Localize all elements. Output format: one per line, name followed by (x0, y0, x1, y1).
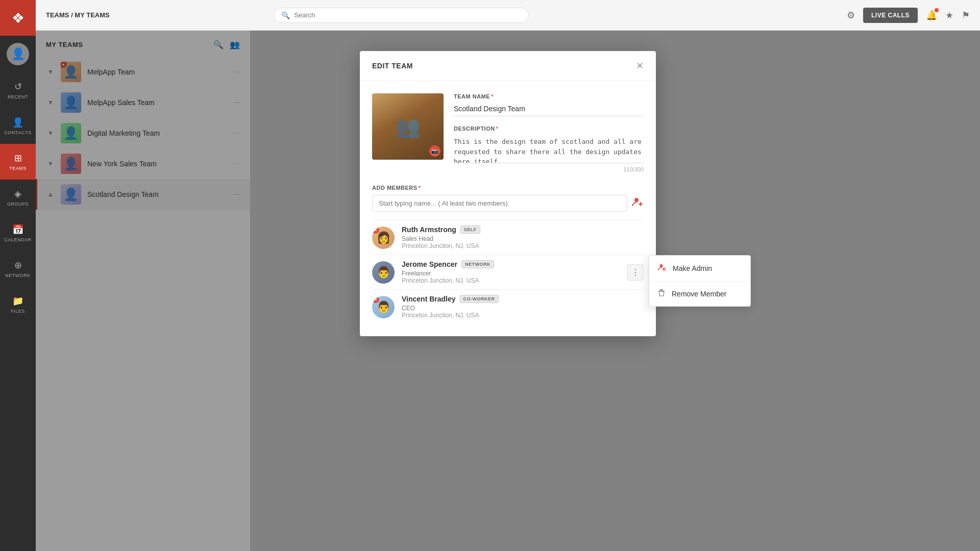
description-textarea[interactable]: This is the design team of scotland and … (454, 135, 644, 163)
member-row-vincent: ● 👨 Vincent Bradley CO-WORKER CEO Prince… (372, 289, 644, 324)
member-info-jerome: Jerome Spencer NETWORK Freelancer Prince… (402, 260, 620, 284)
admin-icon-svg: A (657, 263, 667, 272)
remove-member-option[interactable]: Remove Member (649, 282, 750, 306)
network-icon: ⊕ (14, 260, 22, 271)
svg-point-3 (660, 264, 663, 267)
member-dropdown-menu: A Make Admin (649, 255, 751, 307)
calendar-icon: 📅 (12, 224, 23, 235)
recent-icon: ↺ (14, 81, 22, 92)
add-members-label: ADD MEMBERS* (372, 185, 644, 191)
trash-icon (657, 289, 666, 297)
sidebar-item-recent[interactable]: ↺ RECENT (0, 72, 36, 108)
make-admin-label: Make Admin (673, 264, 712, 272)
modal-close-button[interactable]: ✕ (636, 60, 644, 71)
team-name-input[interactable] (454, 103, 644, 116)
member-info-ruth: Ruth Armstrong SELF Sales Head Princeton… (402, 226, 644, 249)
add-member-button[interactable] (631, 196, 644, 211)
topbar: TEAMS / MY TEAMS 🔍 ⚙ LIVE CALLS 🔔 ★ ⚑ (36, 0, 980, 31)
logo-icon: ❖ (12, 10, 24, 27)
member-avatar-jerome: 👨 (372, 261, 395, 284)
member-role: CEO (402, 305, 644, 312)
sidebar-item-files[interactable]: 📁 FILES (0, 287, 36, 322)
modal-overlay[interactable]: EDIT TEAM ✕ 👥 📷 (36, 31, 980, 551)
modal-body: 👥 📷 TEAM NAME* DESCRIPTION* (360, 81, 656, 336)
make-admin-icon: A (657, 263, 667, 274)
contacts-icon: 👤 (12, 117, 23, 128)
team-info-section: 👥 📷 TEAM NAME* DESCRIPTION* (372, 93, 644, 172)
member-avatar-badge: ● (372, 227, 379, 234)
team-fields: TEAM NAME* DESCRIPTION* This is the desi… (454, 93, 644, 172)
member-more-button-jerome[interactable]: ⋮ (627, 264, 644, 281)
settings-button[interactable]: ⚙ (847, 10, 855, 21)
topbar-actions: ⚙ LIVE CALLS 🔔 ★ ⚑ (847, 8, 970, 23)
team-photo[interactable]: 👥 📷 (372, 93, 444, 160)
member-role: Sales Head (402, 235, 644, 242)
remove-member-icon (657, 289, 666, 299)
main-content: TEAMS / MY TEAMS 🔍 ⚙ LIVE CALLS 🔔 ★ ⚑ MY… (36, 0, 980, 551)
member-name: Ruth Armstrong (402, 226, 456, 234)
add-member-icon (631, 196, 644, 208)
svg-rect-7 (660, 289, 663, 290)
app-logo[interactable]: ❖ (0, 0, 36, 36)
star-icon[interactable]: ★ (945, 10, 953, 21)
member-badge-network: NETWORK (461, 260, 494, 268)
svg-point-0 (634, 198, 639, 202)
sidebar-item-groups[interactable]: ◈ GROUPS (0, 180, 36, 215)
member-location: Princeton Junction, NJ, USA (402, 277, 620, 284)
char-count: 110/300 (454, 166, 644, 172)
left-navigation: ❖ 👤 ↺ RECENT 👤 CONTACTS ⊞ TEAMS ◈ GROUPS… (0, 0, 36, 551)
notification-icon[interactable]: 🔔 (926, 10, 937, 21)
sidebar-item-network[interactable]: ⊕ NETWORK (0, 251, 36, 287)
user-avatar[interactable]: 👤 (7, 43, 29, 65)
content-area: MY TEAMS 🔍 👥 ▼ ● 👤 MelpApp Team ··· ▼ (36, 31, 980, 551)
member-name-row: Vincent Bradley CO-WORKER (402, 295, 644, 303)
sidebar-item-teams[interactable]: ⊞ TEAMS (0, 144, 36, 180)
member-info-vincent: Vincent Bradley CO-WORKER CEO Princeton … (402, 295, 644, 319)
teams-icon: ⊞ (14, 153, 22, 164)
edit-team-modal: EDIT TEAM ✕ 👥 📷 (360, 51, 656, 336)
modal-header: EDIT TEAM ✕ (360, 51, 656, 81)
make-admin-option[interactable]: A Make Admin (649, 256, 750, 281)
member-name-row: Ruth Armstrong SELF (402, 226, 644, 234)
member-avatar-badge: ● (372, 296, 379, 303)
member-badge-self: SELF (460, 226, 480, 234)
sidebar-item-calendar[interactable]: 📅 CALENDAR (0, 215, 36, 251)
member-avatar-vincent: ● 👨 (372, 296, 395, 318)
team-photo-edit-badge[interactable]: 📷 (429, 145, 440, 157)
breadcrumb: TEAMS / MY TEAMS (46, 11, 110, 19)
member-location: Princeton Junction, NJ, USA (402, 312, 644, 319)
remove-member-label: Remove Member (672, 290, 726, 298)
member-avatar-ruth: ● 👩 (372, 227, 395, 249)
files-icon: 📁 (12, 295, 23, 307)
svg-rect-6 (658, 291, 665, 291)
member-name: Jerome Spencer (402, 260, 457, 268)
members-search-input[interactable] (372, 195, 627, 212)
member-location: Princeton Junction, NJ, USA (402, 242, 644, 249)
groups-icon: ◈ (14, 188, 21, 199)
notification-badge (935, 8, 939, 12)
sidebar-item-contacts[interactable]: 👤 CONTACTS (0, 108, 36, 144)
search-input[interactable] (294, 11, 521, 19)
flag-icon[interactable]: ⚑ (962, 10, 970, 21)
description-label: DESCRIPTION* (454, 126, 644, 132)
svg-text:A: A (664, 268, 666, 271)
live-calls-button[interactable]: LIVE CALLS (863, 8, 918, 23)
search-icon: 🔍 (281, 11, 290, 19)
member-name-row: Jerome Spencer NETWORK (402, 260, 620, 268)
team-name-label: TEAM NAME* (454, 93, 644, 99)
add-members-section: ADD MEMBERS* (372, 185, 644, 324)
search-bar[interactable]: 🔍 (274, 8, 529, 23)
member-name: Vincent Bradley (402, 295, 456, 303)
member-role: Freelancer (402, 270, 620, 277)
modal-title: EDIT TEAM (372, 62, 413, 70)
member-row-jerome: 👨 Jerome Spencer NETWORK Freelancer Prin… (372, 255, 644, 289)
members-search-row (372, 195, 644, 212)
member-row-ruth: ● 👩 Ruth Armstrong SELF Sales Head Princ… (372, 220, 644, 255)
member-badge-coworker: CO-WORKER (460, 295, 499, 303)
